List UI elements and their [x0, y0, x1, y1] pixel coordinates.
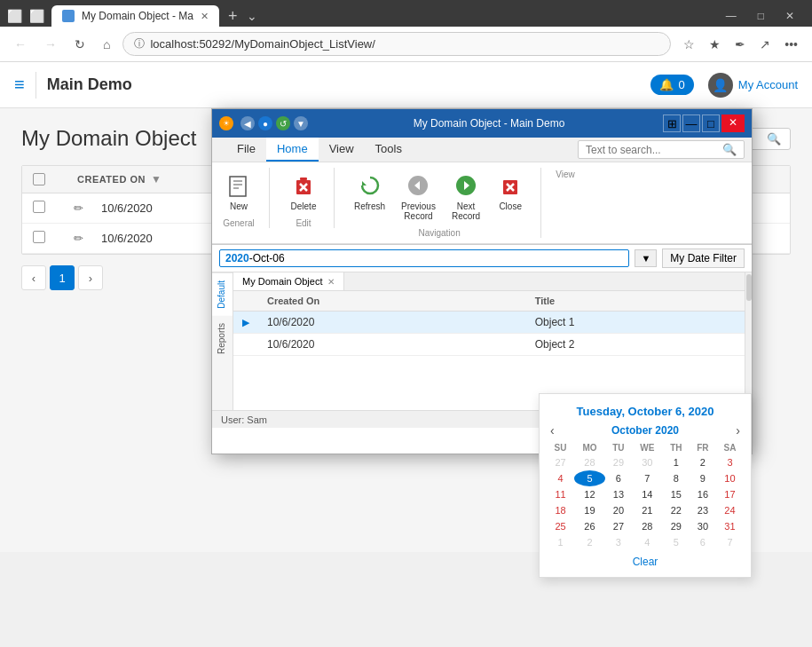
win-minimize-button[interactable]: — — [715, 6, 747, 26]
calendar-day-cell[interactable]: 13 — [605, 486, 632, 502]
ribbon-tab-view[interactable]: View — [319, 138, 365, 162]
previous-record-button[interactable]: Previous Record — [396, 168, 441, 225]
calendar-day-cell[interactable]: 6 — [690, 534, 716, 550]
profile-icon[interactable]: ✒ — [729, 34, 751, 55]
calendar-day-cell[interactable]: 19 — [574, 502, 605, 518]
calendar-day-cell[interactable]: 3 — [716, 454, 744, 470]
calendar-day-cell[interactable]: 1 — [547, 534, 574, 550]
calendar-day-cell[interactable]: 26 — [574, 518, 605, 534]
account-section[interactable]: 👤 My Account — [708, 73, 798, 98]
calendar-day-cell[interactable]: 30 — [632, 454, 663, 470]
row2-checkbox[interactable] — [33, 231, 45, 243]
forward-button[interactable]: → — [39, 34, 62, 55]
calendar-day-cell[interactable]: 28 — [574, 454, 605, 470]
calendar-day-cell[interactable]: 10 — [716, 470, 744, 486]
calendar-day-cell[interactable]: 25 — [547, 518, 574, 534]
calendar-day-cell[interactable]: 24 — [716, 502, 744, 518]
more-options-icon[interactable]: ••• — [779, 34, 803, 55]
app-win-maximize-button[interactable]: □ — [702, 114, 720, 132]
inner-table-row[interactable]: ▶ 10/6/2020 Object 1 — [233, 312, 745, 334]
calendar-day-cell[interactable]: 17 — [716, 486, 744, 502]
prev-page-button[interactable]: ‹ — [21, 265, 46, 290]
calendar-day-cell[interactable]: 12 — [574, 486, 605, 502]
app-win-minimize-button[interactable]: — — [682, 114, 700, 132]
calendar-day-cell[interactable]: 22 — [663, 502, 690, 518]
new-button[interactable]: New — [219, 168, 258, 215]
win-close-button[interactable]: ✕ — [775, 6, 805, 26]
calendar-clear-button[interactable]: Clear — [547, 550, 744, 570]
delete-button[interactable]: Delete — [284, 168, 323, 215]
calendar-day-cell[interactable]: 29 — [663, 518, 690, 534]
row1-edit-icon[interactable]: ✏ — [67, 198, 91, 218]
ribbon-tab-home[interactable]: Home — [266, 138, 319, 162]
calendar-day-cell[interactable]: 4 — [632, 534, 663, 550]
calendar-day-cell[interactable]: 27 — [605, 518, 632, 534]
calendar-day-cell[interactable]: 11 — [547, 486, 574, 502]
ribbon-tab-tools[interactable]: Tools — [365, 138, 413, 162]
calendar-day-cell[interactable]: 2 — [690, 454, 716, 470]
app-date-dropdown-button[interactable]: ▼ — [635, 249, 657, 267]
created-on-filter-icon[interactable]: ▼ — [151, 173, 162, 185]
tab-close-button[interactable]: ✕ — [201, 11, 209, 22]
favorites-icon[interactable]: ★ — [704, 34, 726, 55]
reload-button[interactable]: ↻ — [69, 34, 91, 55]
calendar-day-cell[interactable]: 15 — [663, 486, 690, 502]
address-bar[interactable]: ⓘ localhost:50292/MyDomainObject_ListVie… — [122, 32, 671, 56]
page-1-button[interactable]: 1 — [50, 265, 75, 290]
calendar-day-cell[interactable]: 6 — [605, 470, 632, 486]
inner-table-row[interactable]: 10/6/2020 Object 2 — [233, 334, 745, 356]
calendar-day-cell[interactable]: 29 — [605, 454, 632, 470]
app-win-grid-icon[interactable]: ⊞ — [663, 114, 681, 132]
close-button[interactable]: Close — [491, 168, 530, 225]
win-maximize-button[interactable]: □ — [747, 6, 775, 26]
calendar-day-cell[interactable]: 31 — [716, 518, 744, 534]
notification-bell[interactable]: 🔔 0 — [650, 75, 694, 95]
calendar-day-cell[interactable]: 5 — [574, 470, 605, 486]
calendar-day-cell[interactable]: 9 — [690, 470, 716, 486]
calendar-day-cell[interactable]: 2 — [574, 534, 605, 550]
row1-checkbox[interactable] — [33, 201, 45, 213]
new-tab-button[interactable]: + — [223, 7, 243, 26]
select-all-checkbox[interactable] — [33, 173, 45, 185]
calendar-day-cell[interactable]: 16 — [690, 486, 716, 502]
next-page-button[interactable]: › — [78, 265, 103, 290]
my-account-link[interactable]: My Account — [738, 78, 798, 91]
calendar-day-cell[interactable]: 20 — [605, 502, 632, 518]
ribbon-tab-file[interactable]: File — [226, 138, 266, 162]
app-date-filter-input[interactable]: 2020-Oct-06 — [219, 249, 629, 267]
app-nav-dropdown-button[interactable]: ▼ — [294, 116, 308, 130]
calendar-day-cell[interactable]: 14 — [632, 486, 663, 502]
refresh-button[interactable]: Refresh — [349, 168, 390, 225]
calendar-day-cell[interactable]: 21 — [632, 502, 663, 518]
back-button[interactable]: ← — [9, 34, 32, 55]
calendar-day-cell[interactable]: 23 — [690, 502, 716, 518]
sidebar-default-tab[interactable]: Default — [212, 272, 233, 316]
tab-menu-button[interactable]: ⌄ — [247, 9, 257, 23]
calendar-day-cell[interactable]: 28 — [632, 518, 663, 534]
app-nav-forward-button[interactable]: ● — [258, 116, 272, 130]
calendar-day-cell[interactable]: 18 — [547, 502, 574, 518]
bookmarks-icon[interactable]: ☆ — [678, 34, 700, 55]
calendar-day-cell[interactable]: 27 — [547, 454, 574, 470]
ribbon-search-input[interactable] — [586, 144, 719, 156]
app-nav-back-button[interactable]: ◀ — [240, 116, 255, 130]
calendar-day-cell[interactable]: 8 — [663, 470, 690, 486]
calendar-next-month-button[interactable]: › — [732, 423, 744, 438]
share-icon[interactable]: ↗ — [754, 34, 776, 55]
calendar-prev-month-button[interactable]: ‹ — [547, 423, 558, 438]
calendar-day-cell[interactable]: 4 — [547, 470, 574, 486]
app-domain-object-tab[interactable]: My Domain Object ✕ — [233, 272, 344, 290]
next-record-button[interactable]: Next Record — [446, 168, 485, 225]
calendar-day-cell[interactable]: 3 — [605, 534, 632, 550]
app-tab-close-icon[interactable]: ✕ — [327, 277, 335, 287]
calendar-day-cell[interactable]: 30 — [690, 518, 716, 534]
home-button[interactable]: ⌂ — [98, 34, 115, 55]
row2-edit-icon[interactable]: ✏ — [67, 228, 91, 249]
calendar-day-cell[interactable]: 1 — [663, 454, 690, 470]
sidebar-reports-tab[interactable]: Reports — [212, 316, 233, 361]
hamburger-menu-button[interactable]: ≡ — [14, 75, 25, 95]
app-nav-refresh-button[interactable]: ↺ — [276, 116, 290, 130]
calendar-day-cell[interactable]: 7 — [632, 470, 663, 486]
browser-tab-active[interactable]: My Domain Object - Ma ✕ — [51, 5, 219, 27]
app-win-close-button[interactable]: ✕ — [721, 114, 745, 132]
